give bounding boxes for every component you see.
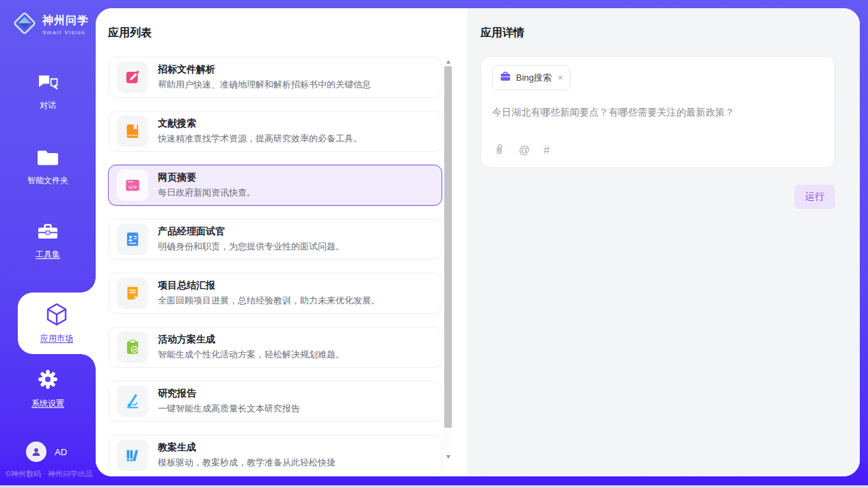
app-card-research-report[interactable]: 研究报告 一键智能生成高质量长文本研究报告 bbox=[108, 381, 442, 422]
mention-icon[interactable]: @ bbox=[519, 144, 530, 157]
tool-tag-label: Bing搜索 bbox=[516, 72, 552, 84]
app-card-desc: 全面回顾项目进展，总结经验教训，助力未来优化发展。 bbox=[158, 295, 380, 307]
app-card-desc: 帮助用户快速、准确地理解和解析招标书中的关键信息 bbox=[158, 79, 371, 91]
app-card-activity-plan[interactable]: 活动方案生成 智能生成个性化活动方案，轻松解决规划难题。 bbox=[108, 327, 442, 368]
sidebar-item-label: 智能文件夹 bbox=[27, 175, 68, 187]
sidebar-item-smart-folder[interactable]: 智能文件夹 bbox=[0, 149, 96, 187]
resume-icon bbox=[117, 223, 148, 255]
web-code-icon: </> bbox=[117, 170, 148, 201]
scroll-up-icon[interactable] bbox=[444, 57, 452, 66]
app-card-title: 教案生成 bbox=[158, 442, 336, 454]
sidebar-item-label: 应用市场 bbox=[40, 333, 73, 344]
app-card-desc: 一键智能生成高质量长文本研究报告 bbox=[158, 403, 300, 415]
briefcase-icon bbox=[500, 70, 511, 85]
gear-icon bbox=[38, 369, 58, 392]
app-card-title: 活动方案生成 bbox=[158, 334, 344, 346]
app-card-desc: 每日政府新闻资讯快查。 bbox=[158, 187, 256, 199]
sidebar-item-label: 工具集 bbox=[36, 249, 60, 260]
tool-tag-bing-search[interactable]: Bing搜索 × bbox=[492, 65, 571, 90]
app-card-pm-interviewer[interactable]: 产品经理面试官 明确身份和职责，为您提供专业性的面试问题。 bbox=[108, 219, 442, 260]
app-detail-title: 应用详情 bbox=[480, 26, 860, 40]
app-card-title: 网页摘要 bbox=[158, 172, 256, 184]
brand-name: 神州问学 bbox=[42, 14, 89, 28]
close-icon[interactable]: × bbox=[558, 73, 563, 82]
book-icon bbox=[117, 116, 148, 147]
app-card-title: 产品经理面试官 bbox=[158, 226, 344, 238]
svg-text:</>: </> bbox=[128, 184, 137, 190]
main-panel: 应用列表 招标文件解析 帮助用户快速、准确地理解和解析招标书中的关键信息 bbox=[96, 8, 860, 476]
books-icon bbox=[117, 439, 148, 471]
copyright-text: ©神州数码 · 神州问学出品 bbox=[5, 469, 93, 479]
sidebar-item-label: 系统设置 bbox=[31, 398, 64, 409]
app-card-lesson-plan[interactable]: 教案生成 模板驱动，教案秒成，教学准备从此轻松快捷 bbox=[108, 435, 442, 476]
brand-subtitle: Smart Vision bbox=[42, 29, 89, 36]
scrollbar-thumb[interactable] bbox=[444, 66, 452, 428]
app-card-project-summary[interactable]: 项目总结汇报 全面回顾项目进展，总结经验教训，助力未来优化发展。 bbox=[108, 273, 442, 314]
hash-icon[interactable]: # bbox=[543, 144, 550, 157]
toolbox-icon bbox=[37, 223, 59, 243]
sidebar-item-label: 对话 bbox=[40, 100, 56, 111]
app-card-desc: 模板驱动，教案秒成，教学准备从此轻松快捷 bbox=[158, 457, 336, 469]
app-card-web-summary[interactable]: </> 网页摘要 每日政府新闻资讯快查。 bbox=[108, 165, 442, 206]
paperclip-icon[interactable] bbox=[493, 142, 505, 158]
app-card-title: 项目总结汇报 bbox=[158, 280, 380, 292]
brand: 神州问学 Smart Vision bbox=[0, 0, 96, 38]
composer-toolbar: @ # bbox=[493, 142, 550, 158]
sidebar: 神州问学 Smart Vision 对话 智能文件夹 bbox=[0, 0, 96, 485]
folder-icon bbox=[37, 149, 59, 170]
app-card-literature-search[interactable]: 文献搜索 快速精准查找学术资源，提高研究效率的必备工具。 bbox=[108, 111, 442, 152]
app-detail-pane: 应用详情 Bing搜索 × 今日湖北有哪些新闻要点？有哪些需要关注的最新政策？ bbox=[467, 8, 860, 476]
user-account[interactable]: AD bbox=[0, 442, 96, 462]
app-card-title: 研究报告 bbox=[158, 388, 300, 400]
app-card-desc: 快速精准查找学术资源，提高研究效率的必备工具。 bbox=[158, 133, 362, 145]
app-card-bid-analysis[interactable]: 招标文件解析 帮助用户快速、准确地理解和解析招标书中的关键信息 bbox=[108, 57, 442, 98]
user-initials: AD bbox=[55, 447, 67, 457]
user-avatar-icon bbox=[26, 442, 46, 462]
note-icon bbox=[117, 277, 148, 309]
sidebar-item-toolset[interactable]: 工具集 bbox=[0, 223, 96, 260]
prompt-card: Bing搜索 × 今日湖北有哪些新闻要点？有哪些需要关注的最新政策？ @ # bbox=[480, 56, 835, 168]
app-list-title: 应用列表 bbox=[108, 26, 467, 40]
app-card-desc: 明确身份和职责，为您提供专业性的面试问题。 bbox=[158, 241, 344, 253]
app-card-list: 招标文件解析 帮助用户快速、准确地理解和解析招标书中的关键信息 文献搜索 快速精… bbox=[108, 57, 442, 476]
diamond-logo-icon bbox=[12, 11, 37, 38]
app-card-desc: 智能生成个性化活动方案，轻松解决规划难题。 bbox=[158, 349, 344, 361]
clipboard-check-icon bbox=[117, 331, 148, 363]
app-list-pane: 应用列表 招标文件解析 帮助用户快速、准确地理解和解析招标书中的关键信息 bbox=[96, 8, 467, 476]
app-card-title: 文献搜索 bbox=[158, 118, 362, 130]
pen-square-icon bbox=[117, 62, 148, 93]
query-input[interactable]: 今日湖北有哪些新闻要点？有哪些需要关注的最新政策？ bbox=[492, 107, 824, 119]
app-card-title: 招标文件解析 bbox=[158, 64, 371, 76]
run-button[interactable]: 运行 bbox=[794, 185, 835, 209]
chat-icon bbox=[37, 74, 59, 94]
list-scrollbar[interactable] bbox=[444, 57, 452, 461]
microscope-icon bbox=[117, 385, 148, 417]
sidebar-item-settings[interactable]: 系统设置 bbox=[0, 369, 96, 409]
scroll-down-icon[interactable] bbox=[444, 452, 452, 461]
sidebar-item-app-market[interactable]: 应用市场 bbox=[18, 293, 96, 354]
cube-icon bbox=[46, 303, 68, 329]
bottom-divider bbox=[0, 485, 868, 488]
sidebar-item-chat[interactable]: 对话 bbox=[0, 74, 96, 111]
